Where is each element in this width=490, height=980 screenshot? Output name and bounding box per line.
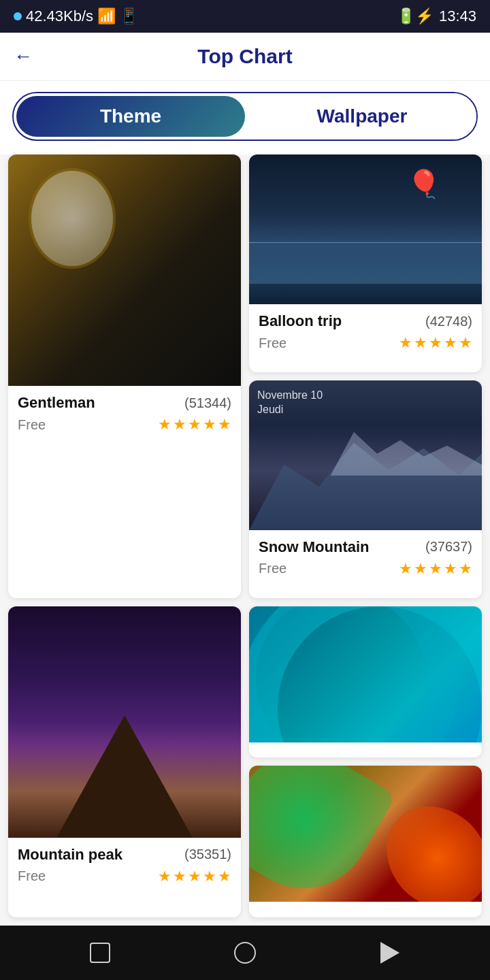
star-3: ★ [429,560,442,578]
star-2: ★ [414,334,427,352]
snow-mountain-image: Novembre 10 Jeudi [249,380,482,530]
star-1: ★ [399,560,412,578]
signal-icon: 📱 [120,7,138,25]
snow-info: Snow Mountain (37637) Free ★ ★ ★ ★ ★ [249,530,482,586]
star-5: ★ [218,416,231,434]
star-5: ★ [218,868,231,885]
theme-tab[interactable]: Theme [16,96,245,137]
star-4: ★ [444,560,457,578]
items-grid: Gentleman (51344) Free ★ ★ ★ ★ ★ Balloon… [0,154,490,926]
status-left: 42.43Kb/s 📶 📱 [14,7,138,25]
wallpaper-tab[interactable]: Wallpaper [248,93,476,140]
star-5: ★ [459,560,472,578]
balloon-title-row: Balloon trip (42748) [259,312,472,330]
star-1: ★ [399,334,412,352]
star-5: ★ [459,334,472,352]
home-button[interactable] [230,938,260,968]
teal-image [249,606,482,742]
star-3: ★ [429,334,442,352]
gentleman-info: Gentleman (51344) Free ★ ★ ★ ★ ★ [8,386,241,442]
gentleman-stars: ★ ★ ★ ★ ★ [158,416,231,434]
date-overlay: Novembre 10 Jeudi [257,389,323,417]
mountain-count: (35351) [184,847,231,862]
card-mountain-peak[interactable]: Mountain peak (35351) Free ★ ★ ★ ★ ★ [8,606,241,918]
battery-icon: 🔋⚡ [397,7,434,25]
status-bar: 42.43Kb/s 📶 📱 🔋⚡ 13:43 [0,0,490,33]
star-2: ★ [414,560,427,578]
balloon-name: Balloon trip [259,312,342,330]
page-title: Top Chart [197,45,292,68]
mountain-name: Mountain peak [18,846,122,864]
leaves-image [249,766,482,902]
back-button[interactable]: ← [14,46,33,67]
gentleman-price: Free [18,417,46,433]
star-2: ★ [173,416,186,434]
home-icon [234,942,256,964]
wifi-icon: 📶 [97,7,116,25]
star-4: ★ [203,416,216,434]
gentleman-name: Gentleman [18,394,95,412]
snow-title-row: Snow Mountain (37637) [259,538,472,556]
back-nav-icon [380,942,399,964]
gentleman-count: (51344) [184,395,231,411]
mountain-peak-image [8,606,241,838]
status-right: 🔋⚡ 13:43 [397,7,476,25]
snow-stars: ★ ★ ★ ★ ★ [399,560,472,578]
balloon-info: Balloon trip (42748) Free ★ ★ ★ ★ ★ [249,304,482,360]
toggle-container: Theme Wallpaper [12,92,478,141]
mountain-price: Free [18,868,46,884]
snow-price: Free [259,561,287,576]
star-3: ★ [188,868,201,885]
balloon-count: (42748) [425,314,472,329]
snow-bottom: Free ★ ★ ★ ★ ★ [259,560,472,578]
notification-dot [14,12,22,20]
recent-apps-icon [90,943,110,963]
clock: 13:43 [439,7,476,25]
tab-toggle-section: Theme Wallpaper [0,81,490,154]
mountain-title-row: Mountain peak (35351) [18,846,231,864]
star-2: ★ [173,868,186,885]
star-4: ★ [203,868,216,885]
balloon-bottom: Free ★ ★ ★ ★ ★ [259,334,472,352]
star-3: ★ [188,416,201,434]
gentleman-title-row: Gentleman (51344) [18,394,231,412]
card-teal[interactable] [249,606,482,758]
card-gentleman[interactable]: Gentleman (51344) Free ★ ★ ★ ★ ★ [8,154,241,598]
gentleman-bottom: Free ★ ★ ★ ★ ★ [18,416,231,434]
network-speed: 42.43Kb/s [26,7,93,25]
day-label: Jeudi [257,403,323,417]
top-bar: ← Top Chart [0,33,490,81]
mountain-info: Mountain peak (35351) Free ★ ★ ★ ★ ★ [8,838,241,894]
mountain-stars: ★ ★ ★ ★ ★ [158,868,231,885]
balloon-price: Free [259,336,287,351]
star-4: ★ [444,334,457,352]
star-1: ★ [158,416,172,434]
snow-name: Snow Mountain [259,538,370,556]
balloon-stars: ★ ★ ★ ★ ★ [399,334,472,352]
star-1: ★ [158,868,172,885]
card-balloon-trip[interactable]: Balloon trip (42748) Free ★ ★ ★ ★ ★ [249,154,482,372]
card-snow-mountain[interactable]: Novembre 10 Jeudi Snow Mountain (37637) … [249,380,482,598]
balloon-image [249,154,482,304]
gentleman-image [8,154,241,386]
snow-count: (37637) [425,539,472,555]
month-label: Novembre 10 [257,389,323,403]
recent-apps-button[interactable] [85,938,115,968]
card-leaves[interactable] [249,766,482,917]
bottom-nav [0,926,490,980]
back-arrow-icon: ← [14,46,33,67]
back-nav-button[interactable] [375,938,405,968]
mountain-bottom: Free ★ ★ ★ ★ ★ [18,868,231,885]
